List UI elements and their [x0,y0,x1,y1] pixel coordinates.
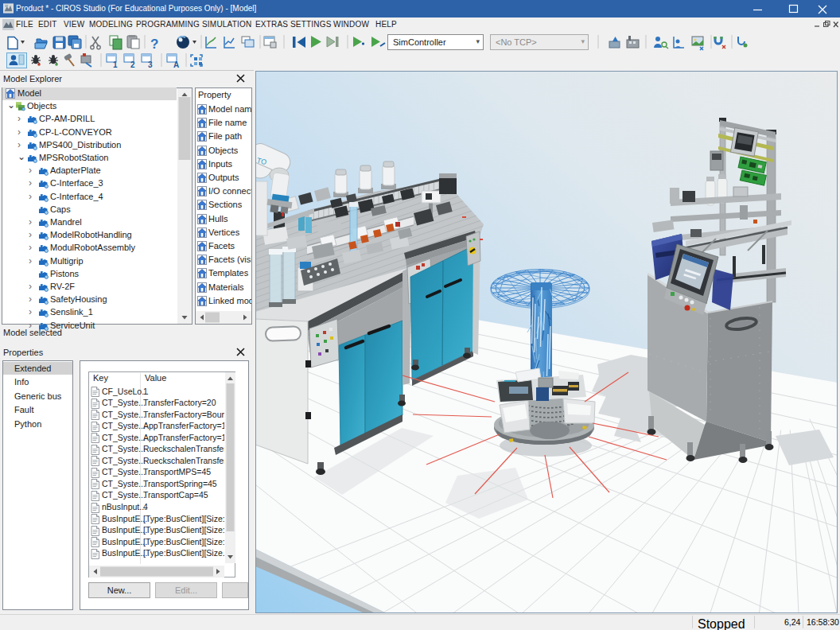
svg-text:3: 3 [148,60,153,69]
svg-text:A: A [173,60,179,69]
svg-text:?: ? [150,37,158,52]
svg-text:2: 2 [130,60,135,69]
svg-text:1: 1 [113,60,118,69]
